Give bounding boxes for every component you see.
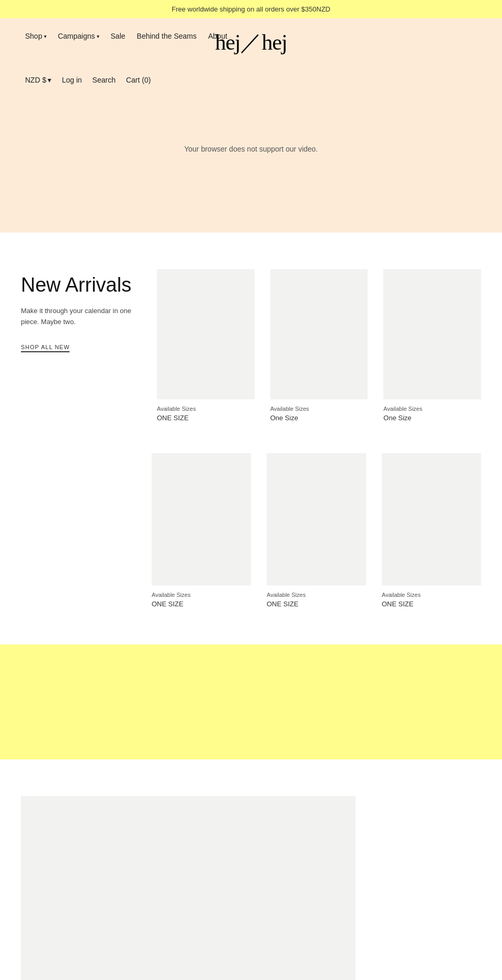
products-grid-row1: Available Sizes ONE SIZE Available Sizes… bbox=[157, 269, 481, 422]
logo[interactable]: hej／hej bbox=[215, 28, 287, 57]
nav-currency[interactable]: NZD $ ▾ bbox=[21, 74, 55, 86]
spacer bbox=[21, 453, 136, 608]
product-image bbox=[267, 453, 366, 585]
product-image bbox=[270, 269, 368, 399]
product-sizes: ONE SIZE bbox=[157, 414, 255, 422]
product-card[interactable]: Available Sizes ONE SIZE bbox=[267, 453, 366, 608]
products-grid-row2: Available Sizes ONE SIZE Available Sizes… bbox=[152, 453, 481, 608]
nav-shop[interactable]: Shop ▾ bbox=[21, 30, 51, 42]
product-sizes: ONE SIZE bbox=[267, 600, 366, 608]
product-card[interactable]: Available Sizes ONE SIZE bbox=[157, 269, 255, 422]
new-arrivals-title: New Arrivals bbox=[21, 274, 136, 296]
product-card[interactable]: Available Sizes ONE SIZE bbox=[382, 453, 481, 608]
nav-sale[interactable]: Sale bbox=[107, 30, 130, 42]
nav-login[interactable]: Log in bbox=[58, 74, 86, 86]
campaign-image[interactable] bbox=[21, 796, 356, 980]
new-arrivals-sidebar: New Arrivals Make it through your calend… bbox=[21, 269, 136, 422]
hero-video: Your browser does not support our video. bbox=[42, 97, 460, 201]
product-sizes: ONE SIZE bbox=[152, 600, 251, 608]
product-card[interactable]: Available Sizes One Size bbox=[383, 269, 481, 422]
new-arrivals-section: New Arrivals Make it through your calend… bbox=[0, 233, 502, 453]
shop-chevron-icon: ▾ bbox=[44, 33, 47, 39]
announcement-text: Free worldwide shipping on all orders ov… bbox=[172, 5, 330, 13]
announcement-bar: Free worldwide shipping on all orders ov… bbox=[0, 0, 502, 18]
campaigns-chevron-icon: ▾ bbox=[97, 33, 99, 39]
nav-behind-seams[interactable]: Behind the Seams bbox=[133, 30, 201, 42]
new-arrivals-description: Make it through your calendar in one pie… bbox=[21, 306, 136, 328]
product-sizes: One Size bbox=[270, 414, 368, 422]
hero-section: Your browser does not support our video. bbox=[21, 86, 481, 233]
nav-campaigns[interactable]: Campaigns ▾ bbox=[54, 30, 104, 42]
campaign-section bbox=[0, 759, 502, 980]
header-top: Shop ▾ Campaigns ▾ Sale Behind the Seams… bbox=[21, 18, 481, 48]
yellow-banner bbox=[0, 644, 502, 759]
product-sizes: One Size bbox=[383, 414, 481, 422]
products-row2-section: Available Sizes ONE SIZE Available Sizes… bbox=[0, 453, 502, 644]
product-available-label: Available Sizes bbox=[152, 592, 251, 598]
campaign-sidebar bbox=[376, 796, 481, 980]
nav-cart[interactable]: Cart (0) bbox=[122, 74, 155, 86]
product-image bbox=[157, 269, 255, 399]
nav-search[interactable]: Search bbox=[88, 74, 120, 86]
product-card[interactable]: Available Sizes ONE SIZE bbox=[152, 453, 251, 608]
currency-chevron-icon: ▾ bbox=[48, 76, 51, 84]
nav-right: NZD $ ▾ Log in Search Cart (0) bbox=[21, 74, 481, 86]
product-sizes: ONE SIZE bbox=[382, 600, 481, 608]
product-available-label: Available Sizes bbox=[382, 592, 481, 598]
product-image bbox=[152, 453, 251, 585]
shop-all-new-link[interactable]: SHOP ALL NEW bbox=[21, 344, 70, 352]
product-image bbox=[383, 269, 481, 399]
product-available-label: Available Sizes bbox=[383, 406, 481, 412]
product-available-label: Available Sizes bbox=[157, 406, 255, 412]
product-image bbox=[382, 453, 481, 585]
product-available-label: Available Sizes bbox=[267, 592, 366, 598]
product-card[interactable]: Available Sizes One Size bbox=[270, 269, 368, 422]
header: Shop ▾ Campaigns ▾ Sale Behind the Seams… bbox=[0, 18, 502, 233]
product-available-label: Available Sizes bbox=[270, 406, 368, 412]
